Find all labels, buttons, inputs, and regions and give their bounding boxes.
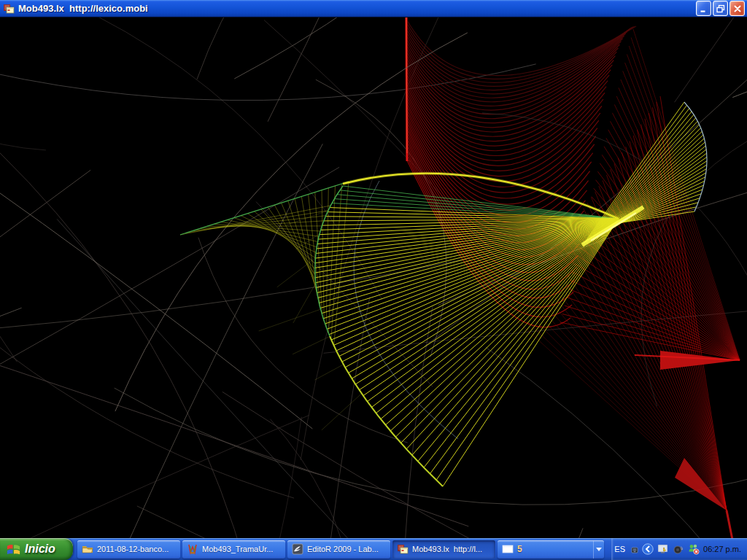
form-app-icon bbox=[397, 543, 409, 555]
app-form-icon bbox=[3, 3, 15, 15]
window-controls bbox=[696, 1, 745, 16]
folder-icon bbox=[82, 543, 93, 555]
taskbar: Inicio 2011-08-12-banco... bbox=[0, 538, 747, 560]
screen: Mob493.lx http://lexico.mobi bbox=[0, 0, 747, 560]
taskbar-button-label: 2011-08-12-banco... bbox=[97, 545, 176, 553]
taskbar-button-label: EditoR 2009 - Lab... bbox=[307, 545, 386, 553]
start-button-label: Inicio bbox=[25, 542, 55, 556]
editor-app-icon bbox=[292, 543, 303, 555]
volume-icon[interactable] bbox=[673, 543, 684, 555]
restore-button[interactable] bbox=[713, 1, 728, 16]
windows-flag-icon bbox=[6, 542, 21, 557]
start-button[interactable]: Inicio bbox=[0, 538, 73, 560]
restore-icon bbox=[716, 4, 725, 13]
taskbar-group-count: 5 bbox=[517, 544, 589, 554]
taskbar-button-folder[interactable]: 2011-08-12-banco... bbox=[77, 540, 180, 559]
collapse-chevron-icon[interactable] bbox=[642, 543, 654, 555]
taskbar-button-editor[interactable]: EditoR 2009 - Lab... bbox=[287, 540, 390, 559]
close-button[interactable] bbox=[729, 1, 745, 16]
taskbar-button-trama[interactable]: Mob493_TramaUr... bbox=[182, 540, 285, 559]
trama-app-icon bbox=[187, 543, 198, 555]
window-titlebar[interactable]: Mob493.lx http://lexico.mobi bbox=[0, 0, 747, 18]
system-tray: ES bbox=[611, 538, 747, 560]
taskbar-button-mob493-active[interactable]: Mob493.lx http://l... bbox=[392, 540, 495, 559]
group-dropdown[interactable] bbox=[593, 540, 604, 559]
taskbar-button-label: Mob493_TramaUr... bbox=[202, 545, 281, 553]
window-group-icon bbox=[502, 543, 514, 555]
messenger-offline-icon[interactable] bbox=[688, 543, 700, 555]
display-touch-icon[interactable] bbox=[657, 543, 669, 555]
keyboard-icon[interactable] bbox=[631, 545, 638, 554]
taskbar-button-label: Mob493.lx http://l... bbox=[412, 545, 491, 553]
language-indicator[interactable]: ES bbox=[612, 544, 627, 554]
minimize-icon bbox=[700, 4, 708, 13]
tray-clock[interactable]: 06:27 p.m. bbox=[703, 545, 741, 553]
dropdown-arrow-icon bbox=[596, 548, 602, 551]
taskbar-group-button[interactable]: 5 bbox=[498, 540, 604, 559]
taskbar-buttons: 2011-08-12-banco... Mob493_TramaUr... bbox=[77, 538, 610, 560]
window-title: Mob493.lx http://lexico.mobi bbox=[18, 3, 696, 14]
generative-artwork bbox=[0, 18, 747, 538]
minimize-button[interactable] bbox=[696, 1, 711, 16]
close-icon bbox=[733, 4, 742, 13]
artwork-canvas bbox=[0, 18, 747, 538]
